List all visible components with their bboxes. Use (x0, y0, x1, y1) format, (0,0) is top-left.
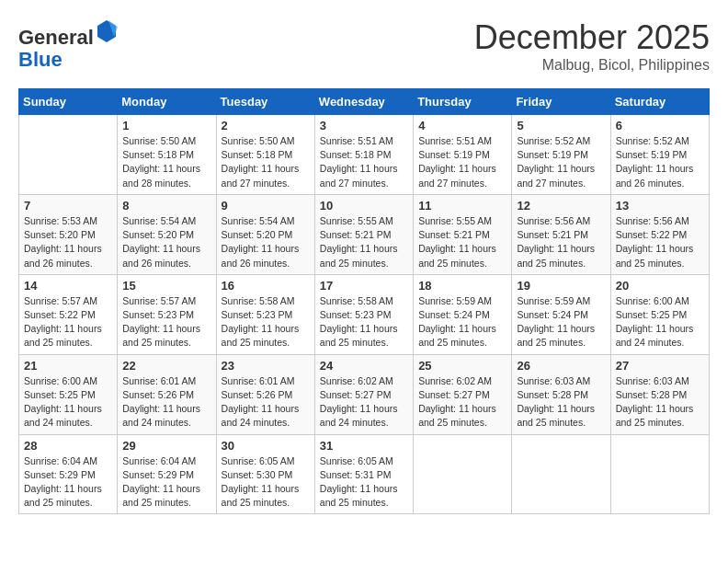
day-header-thursday: Thursday (414, 89, 512, 115)
calendar-cell: 10Sunrise: 5:55 AMSunset: 5:21 PMDayligh… (314, 194, 413, 274)
day-number: 22 (122, 359, 210, 373)
day-number: 20 (616, 279, 704, 293)
day-number: 7 (24, 199, 112, 213)
day-info: Sunrise: 6:01 AMSunset: 5:26 PMDaylight:… (122, 374, 210, 431)
day-number: 25 (418, 359, 506, 373)
calendar-week-row: 28Sunrise: 6:04 AMSunset: 5:29 PMDayligh… (19, 434, 710, 514)
day-info: Sunrise: 5:52 AMSunset: 5:19 PMDaylight:… (517, 134, 605, 190)
calendar-cell (512, 434, 610, 514)
calendar-cell: 19Sunrise: 5:59 AMSunset: 5:24 PMDayligh… (512, 274, 610, 354)
logo-general: General (18, 26, 94, 49)
day-info: Sunrise: 5:54 AMSunset: 5:20 PMDaylight:… (122, 214, 210, 270)
day-info: Sunrise: 5:57 AMSunset: 5:23 PMDaylight:… (122, 294, 210, 350)
calendar-cell: 20Sunrise: 6:00 AMSunset: 5:25 PMDayligh… (610, 274, 709, 354)
calendar-cell: 25Sunrise: 6:02 AMSunset: 5:27 PMDayligh… (414, 354, 512, 434)
logo-blue: Blue (18, 48, 63, 71)
calendar-cell: 5Sunrise: 5:52 AMSunset: 5:19 PMDaylight… (512, 115, 610, 195)
day-number: 29 (122, 439, 210, 453)
calendar-cell: 13Sunrise: 5:56 AMSunset: 5:22 PMDayligh… (610, 194, 709, 274)
day-info: Sunrise: 6:05 AMSunset: 5:30 PMDaylight:… (222, 454, 310, 511)
calendar-cell: 28Sunrise: 6:04 AMSunset: 5:29 PMDayligh… (19, 434, 118, 514)
day-number: 30 (222, 439, 310, 453)
calendar-cell: 3Sunrise: 5:51 AMSunset: 5:18 PMDaylight… (314, 115, 413, 195)
calendar-week-row: 7Sunrise: 5:53 AMSunset: 5:20 PMDaylight… (19, 194, 710, 274)
calendar-cell: 17Sunrise: 5:58 AMSunset: 5:23 PMDayligh… (314, 274, 413, 354)
calendar-cell: 16Sunrise: 5:58 AMSunset: 5:23 PMDayligh… (216, 274, 314, 354)
calendar-cell: 14Sunrise: 5:57 AMSunset: 5:22 PMDayligh… (19, 274, 118, 354)
day-info: Sunrise: 5:52 AMSunset: 5:19 PMDaylight:… (616, 134, 704, 190)
calendar-cell: 8Sunrise: 5:54 AMSunset: 5:20 PMDaylight… (118, 194, 216, 274)
calendar-cell: 9Sunrise: 5:54 AMSunset: 5:20 PMDaylight… (216, 194, 314, 274)
calendar-cell: 15Sunrise: 5:57 AMSunset: 5:23 PMDayligh… (118, 274, 216, 354)
day-info: Sunrise: 5:56 AMSunset: 5:22 PMDaylight:… (616, 214, 704, 270)
day-number: 3 (320, 119, 408, 132)
day-header-saturday: Saturday (610, 89, 709, 115)
day-info: Sunrise: 6:00 AMSunset: 5:25 PMDaylight:… (24, 374, 112, 431)
day-number: 5 (517, 119, 605, 132)
day-info: Sunrise: 5:51 AMSunset: 5:19 PMDaylight:… (418, 134, 506, 190)
day-number: 28 (24, 439, 112, 453)
day-number: 13 (616, 199, 704, 213)
day-number: 17 (320, 279, 408, 293)
day-number: 15 (122, 279, 210, 293)
day-info: Sunrise: 6:04 AMSunset: 5:29 PMDaylight:… (24, 454, 112, 511)
day-info: Sunrise: 5:59 AMSunset: 5:24 PMDaylight:… (418, 294, 506, 350)
day-number: 4 (418, 119, 506, 132)
day-number: 11 (418, 199, 506, 213)
day-number: 19 (517, 279, 605, 293)
day-info: Sunrise: 6:05 AMSunset: 5:31 PMDaylight:… (320, 454, 408, 511)
day-info: Sunrise: 6:02 AMSunset: 5:27 PMDaylight:… (418, 374, 506, 431)
day-header-sunday: Sunday (19, 89, 118, 115)
day-number: 27 (616, 359, 704, 373)
day-number: 31 (320, 439, 408, 453)
day-info: Sunrise: 5:55 AMSunset: 5:21 PMDaylight:… (418, 214, 506, 270)
day-info: Sunrise: 6:04 AMSunset: 5:29 PMDaylight:… (122, 454, 210, 511)
calendar-cell: 2Sunrise: 5:50 AMSunset: 5:18 PMDaylight… (216, 115, 314, 195)
day-info: Sunrise: 5:56 AMSunset: 5:21 PMDaylight:… (517, 214, 605, 270)
logo: General Blue (18, 18, 118, 71)
calendar-cell: 7Sunrise: 5:53 AMSunset: 5:20 PMDaylight… (19, 194, 118, 274)
calendar-cell: 21Sunrise: 6:00 AMSunset: 5:25 PMDayligh… (19, 354, 118, 434)
day-info: Sunrise: 5:54 AMSunset: 5:20 PMDaylight:… (222, 214, 310, 270)
calendar-cell: 31Sunrise: 6:05 AMSunset: 5:31 PMDayligh… (314, 434, 413, 514)
calendar-week-row: 1Sunrise: 5:50 AMSunset: 5:18 PMDaylight… (19, 115, 710, 195)
day-info: Sunrise: 5:58 AMSunset: 5:23 PMDaylight:… (320, 294, 408, 350)
month-title: December 2025 (474, 18, 710, 57)
day-number: 10 (320, 199, 408, 213)
day-info: Sunrise: 6:03 AMSunset: 5:28 PMDaylight:… (517, 374, 605, 431)
calendar-cell: 26Sunrise: 6:03 AMSunset: 5:28 PMDayligh… (512, 354, 610, 434)
day-info: Sunrise: 6:01 AMSunset: 5:26 PMDaylight:… (222, 374, 310, 431)
day-number: 21 (24, 359, 112, 373)
day-info: Sunrise: 5:55 AMSunset: 5:21 PMDaylight:… (320, 214, 408, 270)
day-number: 2 (222, 119, 310, 132)
calendar-table: SundayMondayTuesdayWednesdayThursdayFrid… (18, 88, 710, 514)
day-header-friday: Friday (512, 89, 610, 115)
day-number: 26 (517, 359, 605, 373)
calendar-cell: 6Sunrise: 5:52 AMSunset: 5:19 PMDaylight… (610, 115, 709, 195)
day-info: Sunrise: 5:59 AMSunset: 5:24 PMDaylight:… (517, 294, 605, 350)
calendar-week-row: 14Sunrise: 5:57 AMSunset: 5:22 PMDayligh… (19, 274, 710, 354)
day-info: Sunrise: 6:00 AMSunset: 5:25 PMDaylight:… (616, 294, 704, 350)
title-block: December 2025 Malbug, Bicol, Philippines (474, 18, 710, 74)
day-number: 6 (616, 119, 704, 132)
page-header: General Blue December 2025 Malbug, Bicol… (18, 18, 710, 74)
day-number: 18 (418, 279, 506, 293)
day-info: Sunrise: 5:53 AMSunset: 5:20 PMDaylight:… (24, 214, 112, 270)
calendar-cell (19, 115, 118, 195)
calendar-cell: 30Sunrise: 6:05 AMSunset: 5:30 PMDayligh… (216, 434, 314, 514)
location-subtitle: Malbug, Bicol, Philippines (474, 57, 710, 74)
calendar-header-row: SundayMondayTuesdayWednesdayThursdayFrid… (19, 89, 710, 115)
day-info: Sunrise: 5:50 AMSunset: 5:18 PMDaylight:… (222, 134, 310, 190)
day-header-wednesday: Wednesday (314, 89, 413, 115)
calendar-cell: 4Sunrise: 5:51 AMSunset: 5:19 PMDaylight… (414, 115, 512, 195)
day-info: Sunrise: 6:02 AMSunset: 5:27 PMDaylight:… (320, 374, 408, 431)
day-info: Sunrise: 5:58 AMSunset: 5:23 PMDaylight:… (222, 294, 310, 350)
day-header-monday: Monday (118, 89, 216, 115)
day-number: 14 (24, 279, 112, 293)
day-number: 1 (122, 119, 210, 132)
day-number: 16 (222, 279, 310, 293)
day-number: 12 (517, 199, 605, 213)
day-info: Sunrise: 5:57 AMSunset: 5:22 PMDaylight:… (24, 294, 112, 350)
day-info: Sunrise: 5:50 AMSunset: 5:18 PMDaylight:… (122, 134, 210, 190)
calendar-cell: 24Sunrise: 6:02 AMSunset: 5:27 PMDayligh… (314, 354, 413, 434)
